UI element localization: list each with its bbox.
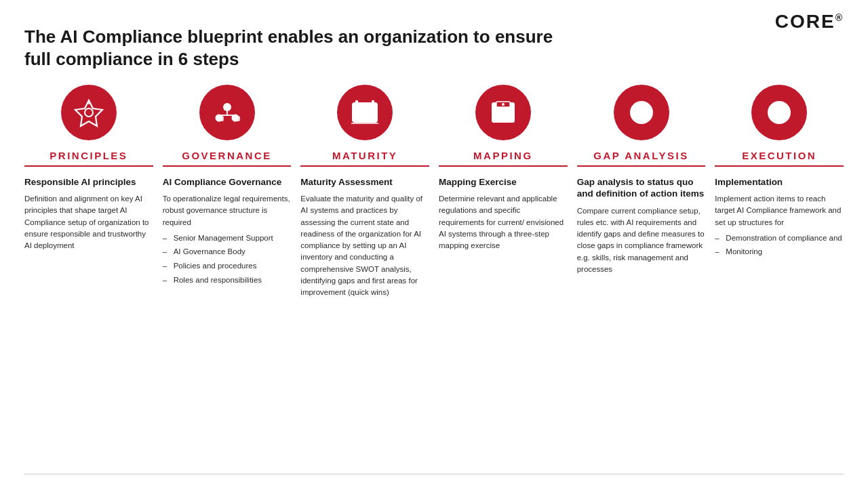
step-principles: PrinciplesResponsible AI principlesDefin… (24, 85, 163, 467)
step-maturity: MaturityMaturity AssessmentEvaluate the … (300, 85, 439, 467)
step-gap-analysis: Gap AnalysisGap analysis to status quo a… (577, 85, 715, 467)
step-label-5: Execution (742, 150, 816, 161)
logo-text: CORE (775, 11, 835, 32)
step-body-text-4: Compare current compliance setup, rules … (577, 205, 706, 276)
step-body-1: To operationalize legal requirements, ro… (163, 193, 292, 288)
step-mapping: MappingMapping ExerciseDetermine relevan… (439, 85, 577, 467)
step-body-text-1: To operationalize legal requirements, ro… (163, 193, 292, 228)
step-heading-5: Implementation (715, 176, 783, 188)
step-execution: ExecutionImplementationImplement action … (715, 85, 844, 467)
step-label-2: Maturity (332, 150, 397, 161)
step-body-0: Definition and alignment on key AI princ… (24, 193, 153, 251)
svg-rect-14 (355, 100, 358, 106)
step-body-text-0: Definition and alignment on key AI princ… (24, 193, 153, 251)
step-divider-3 (439, 165, 568, 167)
step-heading-2: Maturity Assessment (300, 176, 392, 188)
step-divider-0 (24, 165, 153, 167)
step-label-3: Mapping (473, 150, 533, 161)
svg-point-28 (639, 110, 644, 115)
step-list-item-1-0: Senior Management Support (163, 232, 292, 244)
step-body-text-3: Determine relevant and applicable regula… (439, 193, 568, 251)
step-body-3: Determine relevant and applicable regula… (439, 193, 568, 251)
logo: CORE® (775, 11, 844, 33)
step-heading-0: Responsible AI principles (24, 176, 136, 188)
step-heading-4: Gap analysis to status quo and definitio… (577, 176, 706, 200)
step-body-text-5: Implement action items to reach target A… (715, 193, 844, 228)
maturity-icon-circle (337, 85, 393, 140)
execution-icon-circle (751, 85, 807, 140)
principles-icon-circle (61, 85, 117, 140)
step-list-item-5-1: Monitoring (715, 246, 844, 258)
step-list-item-1-2: Policies and procedures (163, 260, 292, 272)
step-list-item-1-3: Roles and responsibilities (163, 274, 292, 286)
step-list-5: Demonstration of compliance andMonitorin… (715, 232, 844, 258)
bottom-divider (24, 474, 844, 474)
step-body-4: Compare current compliance setup, rules … (577, 205, 706, 276)
step-list-item-1-1: AI Governance Body (163, 246, 292, 258)
step-divider-5 (715, 165, 844, 167)
page: CORE® The AI Compliance blueprint enable… (0, 0, 868, 488)
svg-point-31 (776, 110, 782, 115)
step-heading-3: Mapping Exercise (439, 176, 517, 188)
step-governance: GovernanceAI Compliance GovernanceTo ope… (163, 85, 301, 467)
step-divider-2 (300, 165, 429, 167)
step-body-5: Implement action items to reach target A… (715, 193, 844, 260)
mapping-icon-circle (475, 85, 531, 140)
steps-container: PrinciplesResponsible AI principlesDefin… (24, 85, 844, 467)
governance-icon-circle (199, 85, 255, 140)
gap-analysis-icon-circle (614, 85, 669, 140)
step-list-1: Senior Management SupportAI Governance B… (163, 232, 292, 286)
svg-point-1 (85, 108, 93, 117)
step-divider-4 (577, 165, 706, 167)
step-list-item-5-0: Demonstration of compliance and (715, 232, 844, 244)
logo-sup: ® (835, 12, 844, 23)
step-label-4: Gap Analysis (593, 150, 688, 161)
step-label-1: Governance (182, 150, 272, 161)
step-body-text-2: Evaluate the maturity and quality of AI … (300, 193, 429, 298)
svg-point-16 (373, 111, 376, 114)
page-title: The AI Compliance blueprint enables an o… (24, 26, 567, 70)
svg-rect-15 (372, 100, 374, 106)
step-label-0: Principles (50, 150, 127, 161)
step-divider-1 (163, 165, 292, 167)
step-heading-1: AI Compliance Governance (163, 176, 282, 188)
svg-point-20 (502, 103, 505, 106)
step-body-2: Evaluate the maturity and quality of AI … (300, 193, 429, 298)
